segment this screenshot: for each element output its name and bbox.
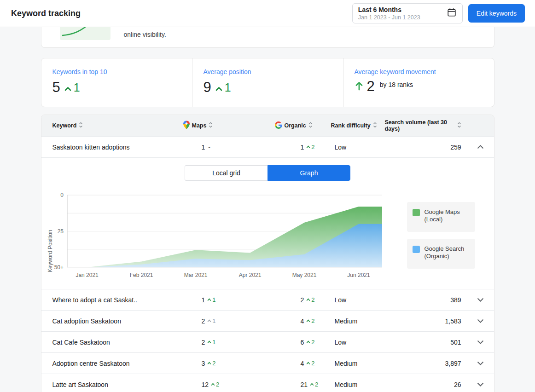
organic-delta: 2 bbox=[310, 381, 318, 388]
column-search-volume[interactable]: Search volume (last 30 days) bbox=[385, 119, 461, 132]
column-keyword[interactable]: Keyword bbox=[52, 122, 183, 129]
keyword-cell: Saskatoon kitten adoptions bbox=[52, 144, 130, 151]
maps-delta: 1 bbox=[207, 317, 215, 324]
row-expand-chevron[interactable] bbox=[474, 338, 487, 346]
stat-keywords-top10: Keywords in top 10 5 1 bbox=[41, 58, 192, 107]
organic-rank: 4 bbox=[301, 360, 304, 367]
delta-up-caret-icon bbox=[211, 383, 215, 386]
search-volume-cell: 501 bbox=[450, 339, 461, 346]
delta-up-caret-icon bbox=[306, 298, 310, 301]
rank-difficulty-cell: Medium bbox=[335, 317, 358, 325]
graph-tab[interactable]: Graph bbox=[268, 165, 350, 181]
edit-keywords-button[interactable]: Edit keywords bbox=[468, 4, 525, 23]
svg-text:Jan 2021: Jan 2021 bbox=[76, 272, 99, 278]
organic-delta: 2 bbox=[306, 339, 314, 346]
chart-legend: Google Maps (Local) Google Search (Organ… bbox=[407, 202, 475, 269]
keyword-detail-panel: Local grid Graph Keyword Position 02550+… bbox=[41, 157, 494, 289]
top-bar: Keyword tracking Last 6 Months Jan 1 202… bbox=[0, 0, 535, 27]
organic-rank: 21 bbox=[301, 381, 308, 388]
stats-row: Keywords in top 10 5 1 Average position … bbox=[41, 58, 494, 107]
maps-rank: 3 bbox=[202, 360, 205, 367]
table-row[interactable]: Latte art Saskatoon 12 2 21 2 Medium 26 bbox=[41, 374, 494, 392]
intro-thumbnail bbox=[60, 27, 110, 40]
organic-rank-cell: 4 2 bbox=[275, 317, 331, 325]
maps-rank-cell: 1 - bbox=[183, 144, 275, 151]
up-caret-icon bbox=[64, 85, 71, 93]
rank-difficulty-cell: Medium bbox=[335, 360, 358, 367]
search-volume-cell: 26 bbox=[454, 381, 461, 388]
table-row[interactable]: Adoption centre Saskatoon 3 2 4 2 Medium… bbox=[41, 352, 494, 374]
maps-rank-cell: 2 1 bbox=[183, 317, 275, 325]
keyword-cell: Latte art Saskatoon bbox=[52, 381, 108, 388]
organic-rank: 1 bbox=[301, 144, 304, 151]
delta-up-caret-icon bbox=[207, 319, 211, 323]
column-maps[interactable]: Maps bbox=[183, 121, 275, 131]
intro-card: online visibility. bbox=[41, 27, 494, 48]
column-label: Search volume (last 30 days) bbox=[385, 119, 455, 132]
stat-value: 9 bbox=[204, 80, 211, 95]
rank-difficulty-cell: Low bbox=[335, 296, 347, 304]
table-row[interactable]: Where to adopt a cat Saskat.. 1 1 2 2 Lo… bbox=[41, 289, 494, 310]
stat-value: 5 bbox=[52, 80, 60, 95]
search-volume-cell: 389 bbox=[450, 296, 461, 304]
maps-delta: 2 bbox=[207, 360, 215, 367]
stat-delta: 1 bbox=[225, 81, 231, 94]
column-label: Keyword bbox=[52, 122, 77, 129]
delta-up-caret-icon bbox=[306, 362, 310, 365]
chevron-down-icon bbox=[477, 319, 484, 323]
date-range-label: Last 6 Months bbox=[358, 6, 442, 13]
row-expand-chevron[interactable] bbox=[474, 317, 487, 325]
svg-text:50+: 50+ bbox=[54, 264, 63, 271]
maps-rank-cell: 1 1 bbox=[183, 296, 275, 304]
chevron-down-icon bbox=[477, 298, 484, 302]
intro-text: online visibility. bbox=[124, 31, 166, 38]
table-row[interactable]: Saskatoon kitten adoptions 1 - 1 2 Low 2… bbox=[41, 136, 494, 157]
maps-rank-cell: 3 2 bbox=[183, 360, 275, 367]
keyword-cell: Adoption centre Saskatoon bbox=[52, 360, 130, 367]
page-title: Keyword tracking bbox=[11, 9, 81, 18]
sort-icon bbox=[457, 122, 461, 129]
svg-text:25: 25 bbox=[57, 228, 64, 235]
stat-title: Average position bbox=[204, 68, 332, 75]
svg-text:May 2021: May 2021 bbox=[292, 272, 316, 278]
row-expand-chevron[interactable] bbox=[474, 359, 487, 368]
local-grid-tab[interactable]: Local grid bbox=[185, 165, 268, 181]
maps-rank: 2 bbox=[202, 317, 205, 325]
row-expand-chevron[interactable] bbox=[474, 143, 487, 151]
maps-delta: - bbox=[208, 144, 210, 151]
svg-text:Apr 2021: Apr 2021 bbox=[238, 272, 261, 278]
organic-rank: 2 bbox=[301, 296, 304, 304]
keyword-cell: Cat adoption Saskatoon bbox=[52, 317, 121, 325]
main-content: online visibility. Keywords in top 10 5 … bbox=[41, 27, 494, 392]
view-toggle: Local grid Graph bbox=[41, 165, 494, 181]
date-range-picker[interactable]: Last 6 Months Jan 1 2023 - Jun 1 2023 bbox=[352, 3, 463, 23]
search-volume-cell: 1,583 bbox=[445, 317, 461, 325]
column-label: Organic bbox=[285, 122, 306, 129]
sort-icon bbox=[373, 122, 377, 129]
maps-delta: 2 bbox=[211, 381, 219, 388]
row-expand-chevron[interactable] bbox=[474, 295, 487, 304]
up-arrow-icon bbox=[355, 81, 364, 93]
area-chart: 02550+Jan 2021Feb 2021Mar 2021Apr 2021Ma… bbox=[53, 190, 387, 282]
column-organic[interactable]: Organic bbox=[275, 121, 331, 130]
google-maps-pin-icon bbox=[183, 121, 190, 131]
stat-value: 2 bbox=[367, 79, 375, 94]
table-header: Keyword bbox=[41, 115, 494, 136]
table-row[interactable]: Cat Cafe Saskatoon 2 1 6 2 Low 501 bbox=[41, 331, 494, 352]
svg-text:0: 0 bbox=[60, 192, 64, 198]
organic-rank-cell: 2 2 bbox=[275, 296, 331, 304]
chevron-down-icon bbox=[477, 340, 484, 344]
column-label: Maps bbox=[192, 122, 207, 129]
row-expand-chevron[interactable] bbox=[474, 380, 487, 389]
sort-icon bbox=[79, 122, 83, 129]
organic-rank-cell: 6 2 bbox=[275, 339, 331, 346]
column-rank-difficulty[interactable]: Rank difficulty bbox=[331, 122, 385, 129]
sort-icon bbox=[209, 122, 213, 129]
legend-label: Google Maps (Local) bbox=[425, 208, 460, 223]
keyword-cell: Cat Cafe Saskatoon bbox=[52, 339, 110, 346]
table-row[interactable]: Cat adoption Saskatoon 2 1 4 2 Medium 1,… bbox=[41, 310, 494, 331]
organic-rank-cell: 1 2 bbox=[275, 144, 331, 151]
legend-label: Google Search (Organic) bbox=[425, 245, 465, 260]
maps-rank: 2 bbox=[202, 339, 205, 346]
maps-rank-cell: 2 1 bbox=[183, 339, 275, 346]
